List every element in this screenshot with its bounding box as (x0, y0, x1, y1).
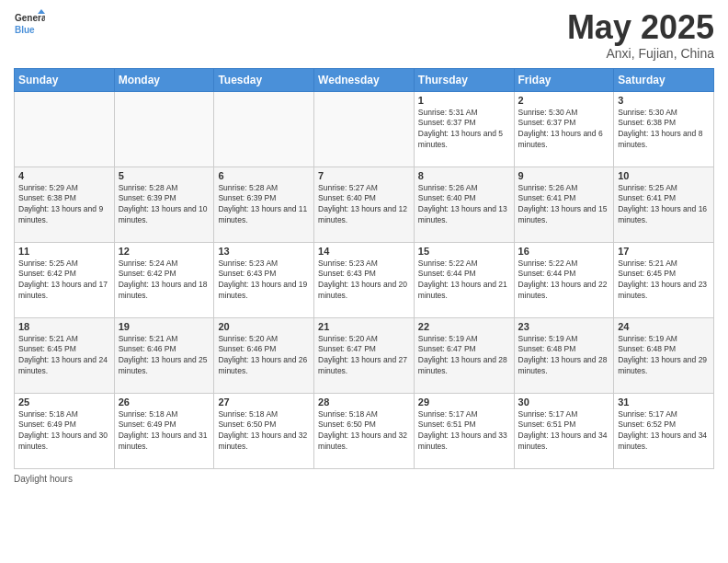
day-number: 18 (18, 321, 110, 332)
day-number: 19 (119, 321, 210, 332)
day-info: Sunrise: 5:28 AM Sunset: 6:39 PM Dayligh… (119, 183, 210, 227)
day-info: Sunrise: 5:27 AM Sunset: 6:40 PM Dayligh… (318, 183, 410, 227)
col-saturday: Saturday (614, 68, 714, 91)
day-number: 6 (218, 170, 310, 181)
table-row: 24Sunrise: 5:19 AM Sunset: 6:48 PM Dayli… (614, 317, 714, 393)
table-row: 18Sunrise: 5:21 AM Sunset: 6:45 PM Dayli… (15, 317, 115, 393)
table-row: 8Sunrise: 5:26 AM Sunset: 6:40 PM Daylig… (414, 167, 514, 242)
table-row: 30Sunrise: 5:17 AM Sunset: 6:51 PM Dayli… (514, 393, 614, 468)
day-info: Sunrise: 5:17 AM Sunset: 6:51 PM Dayligh… (418, 409, 510, 454)
day-number: 14 (318, 246, 410, 257)
table-row: 26Sunrise: 5:18 AM Sunset: 6:49 PM Dayli… (114, 393, 214, 468)
table-row (114, 91, 214, 167)
day-info: Sunrise: 5:30 AM Sunset: 6:37 PM Dayligh… (518, 108, 610, 152)
day-info: Sunrise: 5:18 AM Sunset: 6:49 PM Dayligh… (18, 409, 110, 454)
day-number: 10 (618, 170, 710, 181)
day-number: 15 (418, 246, 510, 257)
table-row: 17Sunrise: 5:21 AM Sunset: 6:45 PM Dayli… (614, 242, 714, 317)
col-friday: Friday (514, 68, 614, 91)
daylight-hours-label: Daylight hours (14, 474, 73, 484)
day-number: 9 (518, 170, 610, 181)
col-thursday: Thursday (414, 68, 514, 91)
logo: General Blue (14, 9, 45, 40)
table-row: 14Sunrise: 5:23 AM Sunset: 6:43 PM Dayli… (314, 242, 415, 317)
table-row: 4Sunrise: 5:29 AM Sunset: 6:38 PM Daylig… (15, 167, 115, 242)
day-info: Sunrise: 5:21 AM Sunset: 6:45 PM Dayligh… (18, 334, 110, 378)
page-header: General Blue May 2025 Anxi, Fujian, Chin… (14, 9, 714, 61)
day-info: Sunrise: 5:22 AM Sunset: 6:44 PM Dayligh… (418, 259, 510, 303)
day-number: 1 (418, 95, 510, 106)
day-info: Sunrise: 5:30 AM Sunset: 6:38 PM Dayligh… (618, 108, 710, 152)
day-info: Sunrise: 5:20 AM Sunset: 6:46 PM Dayligh… (218, 334, 310, 378)
day-info: Sunrise: 5:18 AM Sunset: 6:50 PM Dayligh… (318, 409, 410, 454)
table-row (214, 91, 314, 167)
day-info: Sunrise: 5:26 AM Sunset: 6:41 PM Dayligh… (518, 183, 610, 227)
day-number: 8 (418, 170, 510, 181)
table-row: 5Sunrise: 5:28 AM Sunset: 6:39 PM Daylig… (114, 167, 214, 242)
day-number: 25 (18, 396, 110, 408)
table-row: 21Sunrise: 5:20 AM Sunset: 6:47 PM Dayli… (314, 317, 415, 393)
day-number: 11 (18, 246, 110, 257)
calendar-week-row: 25Sunrise: 5:18 AM Sunset: 6:49 PM Dayli… (15, 393, 714, 468)
day-number: 23 (518, 321, 610, 332)
col-wednesday: Wednesday (314, 68, 415, 91)
day-number: 13 (218, 246, 310, 257)
day-number: 29 (418, 396, 510, 408)
calendar-week-row: 4Sunrise: 5:29 AM Sunset: 6:38 PM Daylig… (15, 167, 714, 242)
table-row: 1Sunrise: 5:31 AM Sunset: 6:37 PM Daylig… (414, 91, 514, 167)
day-number: 24 (618, 321, 710, 332)
location: Anxi, Fujian, China (567, 46, 714, 61)
day-number: 17 (618, 246, 710, 257)
table-row: 28Sunrise: 5:18 AM Sunset: 6:50 PM Dayli… (314, 393, 415, 468)
day-number: 27 (218, 396, 310, 408)
table-row: 12Sunrise: 5:24 AM Sunset: 6:42 PM Dayli… (114, 242, 214, 317)
table-row: 20Sunrise: 5:20 AM Sunset: 6:46 PM Dayli… (214, 317, 314, 393)
day-number: 20 (218, 321, 310, 332)
day-info: Sunrise: 5:24 AM Sunset: 6:42 PM Dayligh… (119, 259, 210, 303)
col-sunday: Sunday (15, 68, 115, 91)
day-info: Sunrise: 5:21 AM Sunset: 6:46 PM Dayligh… (119, 334, 210, 378)
table-row (15, 91, 115, 167)
day-info: Sunrise: 5:19 AM Sunset: 6:48 PM Dayligh… (618, 334, 710, 378)
calendar-week-row: 1Sunrise: 5:31 AM Sunset: 6:37 PM Daylig… (15, 91, 714, 167)
day-info: Sunrise: 5:26 AM Sunset: 6:40 PM Dayligh… (418, 183, 510, 227)
day-info: Sunrise: 5:25 AM Sunset: 6:42 PM Dayligh… (18, 259, 110, 303)
table-row: 25Sunrise: 5:18 AM Sunset: 6:49 PM Dayli… (15, 393, 115, 468)
calendar-table: Sunday Monday Tuesday Wednesday Thursday… (14, 68, 714, 469)
day-number: 31 (618, 396, 710, 408)
day-info: Sunrise: 5:23 AM Sunset: 6:43 PM Dayligh… (318, 259, 410, 303)
table-row: 11Sunrise: 5:25 AM Sunset: 6:42 PM Dayli… (15, 242, 115, 317)
day-number: 21 (318, 321, 410, 332)
table-row: 15Sunrise: 5:22 AM Sunset: 6:44 PM Dayli… (414, 242, 514, 317)
col-tuesday: Tuesday (214, 68, 314, 91)
table-row: 2Sunrise: 5:30 AM Sunset: 6:37 PM Daylig… (514, 91, 614, 167)
col-monday: Monday (114, 68, 214, 91)
svg-text:Blue: Blue (15, 25, 35, 35)
calendar-week-row: 11Sunrise: 5:25 AM Sunset: 6:42 PM Dayli… (15, 242, 714, 317)
day-info: Sunrise: 5:19 AM Sunset: 6:47 PM Dayligh… (418, 334, 510, 378)
day-number: 12 (119, 246, 210, 257)
table-row: 22Sunrise: 5:19 AM Sunset: 6:47 PM Dayli… (414, 317, 514, 393)
day-number: 30 (518, 396, 610, 408)
day-info: Sunrise: 5:28 AM Sunset: 6:39 PM Dayligh… (218, 183, 310, 227)
svg-text:General: General (15, 13, 45, 23)
month-title: May 2025 (567, 9, 714, 46)
calendar-week-row: 18Sunrise: 5:21 AM Sunset: 6:45 PM Dayli… (15, 317, 714, 393)
day-info: Sunrise: 5:21 AM Sunset: 6:45 PM Dayligh… (618, 259, 710, 303)
day-number: 22 (418, 321, 510, 332)
table-row: 13Sunrise: 5:23 AM Sunset: 6:43 PM Dayli… (214, 242, 314, 317)
day-number: 7 (318, 170, 410, 181)
calendar-header-row: Sunday Monday Tuesday Wednesday Thursday… (15, 68, 714, 91)
day-info: Sunrise: 5:18 AM Sunset: 6:49 PM Dayligh… (119, 409, 210, 454)
day-info: Sunrise: 5:17 AM Sunset: 6:51 PM Dayligh… (518, 409, 610, 454)
day-number: 28 (318, 396, 410, 408)
day-info: Sunrise: 5:19 AM Sunset: 6:48 PM Dayligh… (518, 334, 610, 378)
footer: Daylight hours (14, 474, 714, 484)
table-row: 6Sunrise: 5:28 AM Sunset: 6:39 PM Daylig… (214, 167, 314, 242)
table-row: 10Sunrise: 5:25 AM Sunset: 6:41 PM Dayli… (614, 167, 714, 242)
day-info: Sunrise: 5:25 AM Sunset: 6:41 PM Dayligh… (618, 183, 710, 227)
table-row (314, 91, 415, 167)
table-row: 7Sunrise: 5:27 AM Sunset: 6:40 PM Daylig… (314, 167, 415, 242)
day-number: 5 (119, 170, 210, 181)
day-info: Sunrise: 5:29 AM Sunset: 6:38 PM Dayligh… (18, 183, 110, 227)
